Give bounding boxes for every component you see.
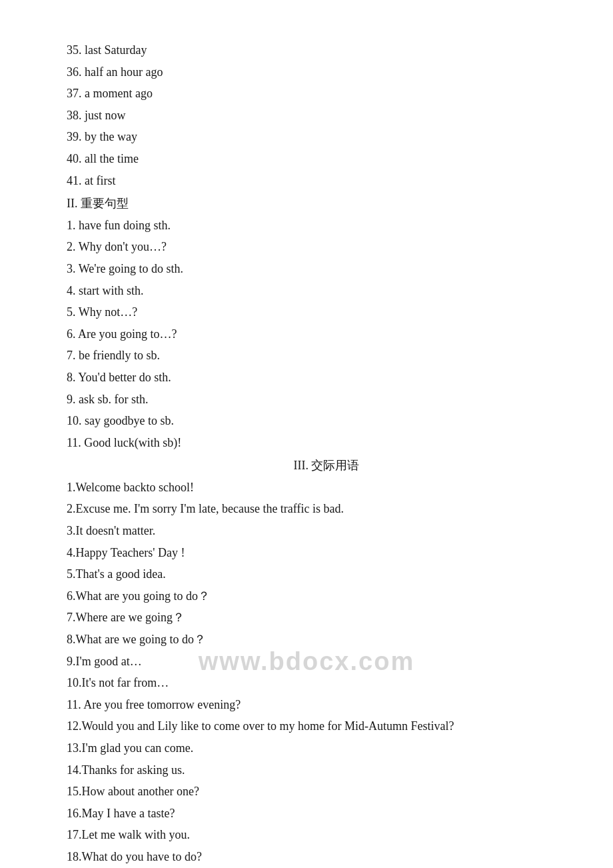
comm-17: 17.Let me walk with you.: [67, 825, 546, 845]
comm-5: 5.That's a good idea.: [67, 564, 546, 585]
phrase-39: 39. by the way: [67, 127, 546, 147]
sentence-6: 6. Are you going to…?: [67, 324, 546, 345]
sentence-10: 10. say goodbye to sb.: [67, 411, 546, 431]
section-ii-header: II. 重要句型: [67, 193, 546, 214]
sentence-7: 7. be friendly to sb.: [67, 345, 546, 366]
comm-1: 1.Welcome backto school!: [67, 477, 546, 498]
phrase-40: 40. all the time: [67, 149, 546, 169]
phrase-41: 41. at first: [67, 171, 546, 191]
comm-13: 13.I'm glad you can come.: [67, 738, 546, 759]
phrase-38: 38. just now: [67, 105, 546, 126]
phrase-35: 35. last Saturday: [67, 40, 546, 61]
comm-7: 7.Where are we going？: [67, 607, 546, 628]
comm-8: 8.What are we going to do？: [67, 629, 546, 650]
sentence-5: 5. Why not…?: [67, 302, 546, 323]
comm-11: 11. Are you free tomorrow evening?: [67, 695, 546, 715]
sentence-9: 9. ask sb. for sth.: [67, 389, 546, 410]
main-content: 35. last Saturday 36. half an hour ago 3…: [67, 40, 546, 867]
comm-14: 14.Thanks for asking us.: [67, 760, 546, 781]
comm-3: 3.It doesn't matter.: [67, 521, 546, 541]
comm-15: 15.How about another one?: [67, 781, 546, 802]
comm-10: 10.It's not far from…: [67, 673, 546, 693]
comm-18: 18.What do you have to do?: [67, 847, 546, 867]
comm-4: 4.Happy Teachers' Day !: [67, 543, 546, 563]
comm-6: 6.What are you going to do？: [67, 586, 546, 607]
comm-12: 12.Would you and Lily like to come over …: [67, 716, 546, 737]
comm-9: 9.I'm good at…: [67, 651, 546, 672]
section-ii: II. 重要句型 1. have fun doing sth. 2. Why d…: [67, 193, 546, 453]
sentence-3: 3. We're going to do sth.: [67, 259, 546, 279]
section-iii-container: www.bdocx.com III. 交际用语 1.Welcome backto…: [67, 455, 546, 867]
sentence-1: 1. have fun doing sth.: [67, 215, 546, 236]
sentence-11: 11. Good luck(with sb)!: [67, 433, 546, 453]
sentence-8: 8. You'd better do sth.: [67, 367, 546, 388]
sentence-4: 4. start with sth.: [67, 281, 546, 301]
section-iii-header: III. 交际用语: [107, 455, 546, 476]
phrase-36: 36. half an hour ago: [67, 62, 546, 83]
phrase-37: 37. a moment ago: [67, 83, 546, 104]
sentence-2: 2. Why don't you…?: [67, 237, 546, 257]
phrases-list: 35. last Saturday 36. half an hour ago 3…: [67, 40, 546, 191]
comm-2: 2.Excuse me. I'm sorry I'm late, because…: [67, 499, 546, 519]
comm-16: 16.May I have a taste?: [67, 803, 546, 824]
